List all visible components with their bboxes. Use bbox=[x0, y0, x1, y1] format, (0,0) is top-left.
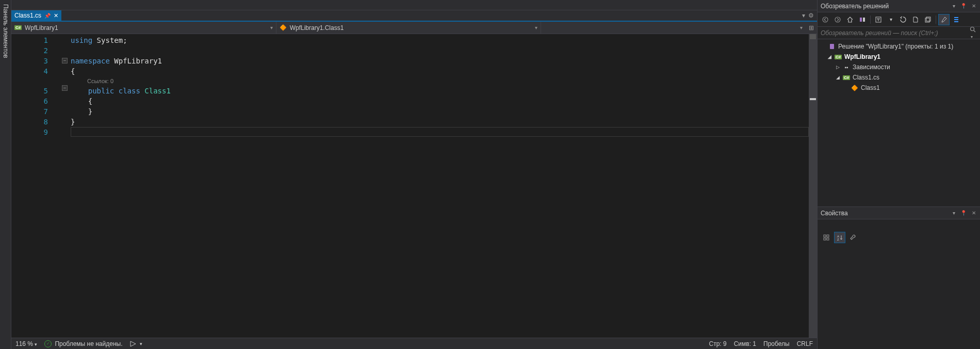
expand-arrow-icon[interactable]: ◢ bbox=[827, 54, 832, 59]
expand-arrow-icon[interactable]: ◢ bbox=[835, 75, 840, 80]
window-menu-icon[interactable]: ▾ bbox=[952, 3, 956, 9]
svg-rect-6 bbox=[926, 17, 930, 21]
svg-rect-13 bbox=[824, 235, 826, 237]
top-toolbar-strip bbox=[11, 0, 817, 10]
svg-rect-12 bbox=[830, 44, 834, 49]
code-editor[interactable]: 1 2 3 4 5 6 7 8 9 − − using System; name… bbox=[11, 34, 817, 338]
solution-explorer-title: Обозреватель решений bbox=[821, 3, 949, 10]
caret-line bbox=[71, 127, 809, 137]
tab-settings-icon[interactable]: ⚙ bbox=[808, 12, 814, 19]
wrench-icon[interactable] bbox=[847, 232, 859, 243]
solution-icon bbox=[828, 43, 836, 50]
properties-title: Свойства bbox=[821, 210, 949, 217]
close-icon[interactable]: ✕ bbox=[971, 3, 977, 9]
svg-point-10 bbox=[971, 27, 974, 30]
forward-icon[interactable] bbox=[832, 14, 843, 25]
project-name: WpfLibrary1 bbox=[25, 24, 58, 31]
close-icon[interactable]: ✕ bbox=[54, 12, 58, 19]
solution-explorer-toolbar: ▾ bbox=[818, 12, 980, 27]
pin-icon[interactable]: 📍 bbox=[959, 3, 968, 9]
svg-rect-15 bbox=[824, 238, 826, 240]
show-all-files-icon[interactable] bbox=[951, 14, 962, 25]
pin-icon[interactable]: 📍 bbox=[959, 210, 968, 216]
chevron-down-icon: ▾ bbox=[535, 25, 537, 30]
class-icon: 🔶 bbox=[280, 24, 287, 31]
window-menu-icon[interactable]: ▾ bbox=[952, 210, 956, 216]
status-col[interactable]: Симв: 1 bbox=[734, 340, 756, 347]
zoom-level[interactable]: 116 % ▾ bbox=[15, 340, 37, 347]
class-dropdown[interactable]: 🔶 WpfLibrary1.Class1 ▾ bbox=[276, 22, 542, 34]
tab-label: Class1.cs bbox=[14, 12, 41, 19]
csharp-project-icon: C# bbox=[14, 25, 22, 30]
dependencies-node[interactable]: ▷ ▪▪ Зависимости bbox=[818, 62, 980, 72]
solution-tree: Решение "WpfLibrary1" (проекты: 1 из 1) … bbox=[818, 39, 980, 207]
class-icon: 🔶 bbox=[851, 85, 859, 91]
back-icon[interactable] bbox=[820, 14, 831, 25]
class-node[interactable]: 🔶 Class1 bbox=[818, 83, 980, 93]
document-tab-row: Class1.cs 📌 ✕ ▾ ⚙ bbox=[11, 10, 817, 22]
switch-views-icon[interactable] bbox=[857, 14, 868, 25]
error-indicator[interactable]: ▾ bbox=[129, 340, 142, 347]
svg-rect-2 bbox=[860, 18, 862, 22]
categorized-icon[interactable] bbox=[821, 232, 832, 243]
csharp-file-icon: C# bbox=[842, 75, 851, 80]
chevron-down-icon: ▾ bbox=[800, 25, 803, 30]
line-number-gutter: 1 2 3 4 5 6 7 8 9 bbox=[11, 34, 60, 338]
svg-rect-3 bbox=[863, 18, 865, 22]
dependencies-icon: ▪▪ bbox=[842, 65, 851, 70]
refresh-icon[interactable] bbox=[910, 14, 921, 25]
solution-explorer-search[interactable]: ▾ bbox=[818, 27, 980, 39]
svg-line-11 bbox=[974, 30, 975, 32]
project-node[interactable]: ◢ C# WpfLibrary1 bbox=[818, 52, 980, 62]
status-eol[interactable]: CRLF bbox=[797, 340, 813, 347]
status-indent[interactable]: Пробелы bbox=[763, 340, 790, 347]
toolbox-panel-tab[interactable]: Панель элементов bbox=[0, 0, 11, 349]
sync-active-doc-icon[interactable] bbox=[897, 14, 909, 25]
svg-rect-14 bbox=[827, 235, 829, 237]
svg-rect-8 bbox=[954, 17, 958, 18]
search-icon[interactable]: ▾ bbox=[966, 26, 980, 40]
ok-check-icon: ✓ bbox=[44, 340, 52, 347]
properties-panel: Свойства ▾ 📍 ✕ AZ bbox=[818, 207, 980, 349]
toolbox-label: Панель элементов bbox=[2, 4, 9, 58]
right-side-panel: Обозреватель решений ▾ 📍 ✕ ▾ bbox=[817, 0, 980, 349]
expand-arrow-icon[interactable]: ▷ bbox=[835, 65, 840, 70]
svg-text:Z: Z bbox=[837, 238, 839, 241]
document-tab-class1[interactable]: Class1.cs 📌 ✕ bbox=[11, 10, 61, 21]
svg-point-0 bbox=[823, 17, 828, 22]
codelens-references[interactable]: Ссылок: 0 bbox=[71, 76, 809, 86]
editor-container: Class1.cs 📌 ✕ ▾ ⚙ C# WpfLibrary1 ▾ 🔶 Wpf… bbox=[11, 0, 817, 349]
pin-icon[interactable]: 📌 bbox=[44, 13, 51, 19]
alphabetical-icon[interactable]: AZ bbox=[834, 232, 845, 243]
scroll-marker-strip[interactable] bbox=[809, 34, 817, 338]
svg-point-1 bbox=[835, 17, 840, 22]
nav-dropdown-row: C# WpfLibrary1 ▾ 🔶 WpfLibrary1.Class1 ▾ … bbox=[11, 22, 817, 34]
project-dropdown[interactable]: C# WpfLibrary1 ▾ bbox=[11, 22, 276, 34]
status-line[interactable]: Стр: 9 bbox=[709, 340, 727, 347]
tab-overflow-chevron-icon[interactable]: ▾ bbox=[802, 12, 805, 19]
svg-rect-16 bbox=[827, 238, 829, 240]
properties-icon[interactable] bbox=[938, 14, 950, 25]
svg-rect-7 bbox=[954, 19, 958, 20]
solution-node[interactable]: Решение "WpfLibrary1" (проекты: 1 из 1) bbox=[818, 41, 980, 52]
file-node-class1[interactable]: ◢ C# Class1.cs bbox=[818, 72, 980, 83]
editor-status-bar: 116 % ▾ ✓ Проблемы не найдены. ▾ Стр: 9 … bbox=[11, 338, 817, 349]
chevron-down-icon: ▾ bbox=[270, 25, 273, 30]
class-name: WpfLibrary1.Class1 bbox=[290, 24, 344, 31]
code-text-area[interactable]: using System; namespace WpfLibrary1 { Сс… bbox=[60, 34, 809, 338]
collapse-all-icon[interactable] bbox=[922, 14, 934, 25]
properties-toolbar: AZ bbox=[818, 227, 980, 248]
filter-icon[interactable] bbox=[873, 14, 884, 25]
tab-utilities: ▾ ⚙ bbox=[799, 10, 817, 21]
home-icon[interactable] bbox=[844, 14, 856, 25]
close-icon[interactable]: ✕ bbox=[971, 210, 977, 216]
search-input[interactable] bbox=[818, 29, 966, 37]
svg-rect-9 bbox=[954, 21, 958, 22]
member-dropdown[interactable]: ▾ bbox=[541, 22, 806, 34]
solution-explorer-header: Обозреватель решений ▾ 📍 ✕ bbox=[818, 0, 980, 12]
problems-status[interactable]: ✓ Проблемы не найдены. bbox=[44, 340, 122, 347]
properties-body bbox=[818, 248, 980, 349]
properties-header: Свойства ▾ 📍 ✕ bbox=[818, 207, 980, 219]
sync-icon[interactable]: ▾ bbox=[885, 14, 896, 25]
split-editor-icon[interactable]: ⊞ bbox=[806, 24, 817, 31]
